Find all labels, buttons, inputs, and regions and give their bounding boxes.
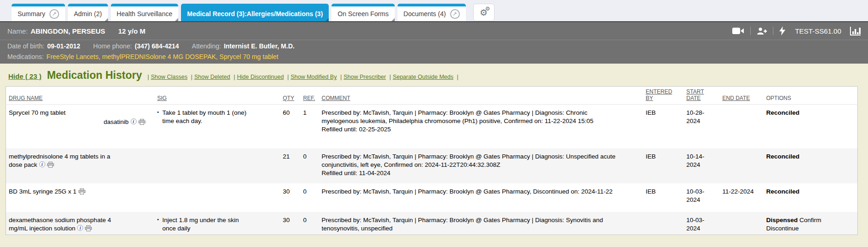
printer-icon[interactable] xyxy=(85,225,92,231)
separate-outside-meds-link[interactable]: Separate Outside Meds xyxy=(387,74,453,80)
col-start-date[interactable]: START DATE xyxy=(687,88,704,101)
end-date-value xyxy=(720,105,764,148)
medications-bar: Medications: FreeStyle Lancets, methylPR… xyxy=(0,52,868,64)
col-qty[interactable]: QTY xyxy=(283,95,295,101)
entered-by-value: IEB xyxy=(643,105,684,148)
end-date-value xyxy=(720,148,764,183)
col-ref[interactable]: REF. xyxy=(303,95,315,101)
tab-label: Summary xyxy=(18,10,45,18)
attending-label: Attending: xyxy=(192,42,221,50)
start-date-value: 10-14-2024 xyxy=(684,148,720,183)
end-date-value: 11-22-2024 xyxy=(720,183,764,212)
hide-count-link[interactable]: Hide ( 23 ) xyxy=(8,72,42,80)
show-prescriber-link[interactable]: Show Prescriber xyxy=(338,74,386,80)
table-row: methylprednisolone 4 mg tablets in a dos… xyxy=(6,148,858,183)
tab-health-surveillance[interactable]: Health Surveillance xyxy=(111,4,179,21)
divider xyxy=(750,27,751,35)
name-label: Name: xyxy=(7,27,28,35)
phone-value: (347) 684-4214 xyxy=(135,42,179,50)
info-icon[interactable]: i xyxy=(77,225,83,231)
dob-label: Date of birth: xyxy=(7,42,44,50)
entered-by-value: IEB xyxy=(643,148,684,183)
phone-label: Home phone: xyxy=(93,42,132,50)
ref-value: 0 xyxy=(301,183,319,212)
bar-chart-icon[interactable] xyxy=(850,27,861,35)
start-date-value: 10-03-2024 xyxy=(684,183,720,212)
status-badge: Dispensed xyxy=(766,217,798,223)
start-date-value: 10-03-2024 xyxy=(684,212,720,235)
dob-value: 09-01-2012 xyxy=(47,42,80,50)
generic-name-line: dasatinibi xyxy=(9,118,152,126)
col-options: OPTIONS xyxy=(766,95,791,101)
tab-summary[interactable]: Summary ↗ xyxy=(12,4,65,21)
patient-toolbar: TEST-SS61.00 xyxy=(732,26,861,35)
sig-text: Take 1 tablet by mouth 1 (one) time each… xyxy=(157,109,250,125)
comment-text: Prescribed by: McTavish, Tarquin | Pharm… xyxy=(322,153,617,169)
tab-fold-corner-icon xyxy=(326,18,329,21)
status-badge: Reconciled xyxy=(766,153,800,160)
video-camera-icon[interactable] xyxy=(732,27,744,35)
comment-text: Prescribed by: McTavish, Tarquin | Pharm… xyxy=(322,109,617,125)
show-deleted-link[interactable]: Show Deleted xyxy=(189,74,230,80)
patient-name: ABINGDON, PERSEUS xyxy=(30,27,105,35)
show-classes-link[interactable]: Show Classes xyxy=(145,74,187,80)
open-in-new-icon[interactable]: ↗ xyxy=(49,9,59,19)
printer-icon[interactable] xyxy=(78,188,85,194)
drug-name: methylprednisolone 4 mg tablets in a dos… xyxy=(9,153,120,169)
start-date-value: 10-28-2024 xyxy=(684,105,720,148)
add-person-icon[interactable] xyxy=(757,27,767,35)
page-title: Medication History xyxy=(47,69,142,82)
tab-fold-corner-icon xyxy=(392,18,395,21)
printer-icon[interactable] xyxy=(47,162,54,168)
show-modified-by-link[interactable]: Show Modified By xyxy=(285,74,337,80)
end-date-value xyxy=(720,212,764,235)
info-icon[interactable]: i xyxy=(131,118,137,124)
col-sig[interactable]: SIG xyxy=(157,95,167,101)
patient-header-bar: Name: ABINGDON, PERSEUS 12 y/o M TEST-SS… xyxy=(0,21,868,40)
divider xyxy=(773,27,773,35)
demographics-bar: Date of birth: 09-01-2012 Home phone: (3… xyxy=(0,40,868,52)
medications-label: Medications: xyxy=(7,53,44,60)
hide-discontinued-link[interactable]: Hide Discontinued xyxy=(232,74,284,80)
table-row: BD 3mL syringe 25G x 1 30 0 Prescribed b… xyxy=(6,183,858,212)
tab-admin[interactable]: Admin (2) xyxy=(68,4,108,21)
qty-value: 30 xyxy=(280,183,301,212)
patient-age-sex: 12 y/o M xyxy=(118,27,145,35)
medication-history-section: Hide ( 23 ) Medication History Show Clas… xyxy=(0,64,868,235)
ref-value: 0 xyxy=(301,148,319,183)
printer-icon[interactable] xyxy=(139,119,145,125)
table-row: Sprycel 70 mg tablet dasatinibi Take 1 t… xyxy=(6,105,858,148)
tab-on-screen-forms[interactable]: On Screen Forms xyxy=(332,4,394,21)
comment-text: Prescribed by: McTavish, Tarquin | Pharm… xyxy=(322,188,617,196)
drug-name: Sprycel 70 mg tablet xyxy=(9,109,120,117)
status-badge: Reconciled xyxy=(766,109,800,116)
table-row: dexamethasone sodium phosphate 4 mg/mL i… xyxy=(6,212,858,235)
tab-documents[interactable]: Documents (4) ↗ xyxy=(398,4,466,21)
station-id: TEST-SS61.00 xyxy=(795,27,841,35)
settings-button[interactable]: ⚙ ⚙ xyxy=(473,4,494,21)
sig-text: Inject 1.8 mg under the skin once daily xyxy=(157,216,250,233)
qty-value: 21 xyxy=(280,148,301,183)
attending-value: Internist E. Butler, M.D. xyxy=(224,42,295,50)
col-entered-by[interactable]: ENTERED BY xyxy=(646,88,672,101)
tab-label: Documents (4) xyxy=(404,10,446,18)
info-icon[interactable]: i xyxy=(39,161,45,167)
entered-by-value xyxy=(643,212,684,235)
ref-value: 1 xyxy=(301,105,319,148)
col-comment[interactable]: COMMENT xyxy=(322,95,350,101)
tab-medical-record[interactable]: Medical Record (3):Allergies/Medications… xyxy=(181,4,329,21)
entered-by-value: IEB xyxy=(643,183,684,212)
lightning-icon[interactable] xyxy=(779,26,785,35)
drug-name: dexamethasone sodium phosphate 4 mg/mL i… xyxy=(9,216,120,233)
medications-value: FreeStyle Lancets, methylPREDNISolone 4 … xyxy=(47,53,278,60)
open-in-new-icon[interactable]: ↗ xyxy=(450,9,460,19)
drug-name: BD 3mL syringe 25G x 1 xyxy=(9,188,120,196)
medication-table: DRUG NAME SIG QTY REF. COMMENT ENTERED B… xyxy=(6,86,858,235)
col-drug-name[interactable]: DRUG NAME xyxy=(9,95,42,101)
col-end-date[interactable]: END DATE xyxy=(723,95,750,101)
tab-label: Admin (2) xyxy=(74,10,102,18)
refilled-until-text: Refilled until: 02-25-2025 xyxy=(322,125,617,134)
refilled-until-text: Refilled until: 11-04-2024 xyxy=(322,169,617,177)
generic-name: dasatinib xyxy=(103,118,128,125)
comment-text: Prescribed by: McTavish, Tarquin | Pharm… xyxy=(322,216,617,233)
